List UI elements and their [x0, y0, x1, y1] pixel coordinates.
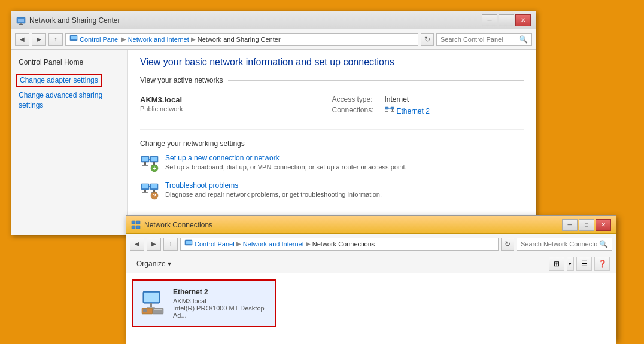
close-button[interactable]: ✕ [515, 14, 531, 26]
svg-rect-34 [132, 221, 135, 224]
connections-link[interactable]: Ethernet 2 [385, 106, 430, 116]
settings-text-0: Set up a new connection or network Set u… [165, 154, 407, 173]
settings-text-1: Troubleshoot problems Diagnose and repai… [165, 181, 382, 200]
search-box[interactable]: 🔍 [436, 33, 532, 46]
troubleshoot-icon: ? [140, 181, 159, 200]
details-button[interactable]: ☰ [576, 257, 592, 271]
path-control-panel[interactable]: Control Panel [80, 36, 120, 43]
access-type-value: Internet [385, 95, 409, 103]
settings-divider [250, 144, 524, 144]
svg-rect-37 [136, 226, 140, 229]
svg-rect-17 [144, 162, 146, 165]
network-name: AKM3.local [140, 95, 332, 104]
networking-settings-header: Change your networking settings [140, 139, 524, 148]
sub-search-input[interactable] [521, 241, 597, 248]
sub-search-icon: 🔍 [599, 240, 608, 248]
network-right: Access type: Internet Connections: [332, 90, 524, 123]
svg-rect-43 [147, 307, 155, 308]
connection-adapter: Intel(R) PRO/1000 MT Desktop Ad... [173, 305, 270, 319]
main-window-title: Network and Sharing Center [29, 16, 120, 25]
path-current: Network and Sharing Center [198, 36, 281, 43]
connections-list: Ethernet 2 AKM3.local Intel(R) PRO/1000 … [126, 273, 616, 333]
svg-rect-28 [144, 190, 146, 192]
help-button[interactable]: ❓ [594, 257, 610, 271]
search-input[interactable] [441, 36, 517, 43]
access-type-row: Access type: Internet [332, 95, 524, 103]
path-icon [69, 34, 78, 44]
settings-item-0: + Set up a new connection or network Set… [140, 154, 524, 173]
search-icon: 🔍 [519, 35, 528, 44]
network-type: Public network [140, 105, 332, 112]
connection-name: Ethernet 2 [173, 288, 270, 296]
troubleshoot-title[interactable]: Troubleshoot problems [165, 181, 382, 190]
svg-rect-10 [391, 111, 394, 112]
sub-path-network-internet[interactable]: Network and Internet [243, 241, 304, 248]
sub-forward-button[interactable]: ▶ [147, 238, 161, 251]
path-network-internet[interactable]: Network and Internet [128, 36, 189, 43]
svg-rect-13 [142, 157, 148, 161]
sub-address-path: Control Panel ▶ Network and Internet ▶ N… [180, 238, 499, 251]
refresh-button[interactable]: ↻ [421, 33, 434, 46]
title-bar-left: Network and Sharing Center [16, 16, 120, 25]
maximize-button[interactable]: □ [499, 14, 514, 26]
setup-connection-icon: + [140, 154, 159, 173]
svg-rect-41 [144, 293, 159, 302]
sub-window: Network Connections ─ □ ✕ ◀ ▶ ↑ Control … [126, 215, 616, 341]
up-button[interactable]: ↑ [48, 33, 63, 46]
svg-rect-36 [132, 226, 135, 229]
dropdown-btn[interactable]: ▾ [567, 257, 574, 271]
organize-button[interactable]: Organize ▾ [132, 257, 175, 270]
svg-rect-8 [392, 109, 393, 111]
svg-text:?: ? [153, 193, 156, 199]
minimize-button[interactable]: ─ [482, 14, 497, 26]
sidebar-change-sharing[interactable]: Change advanced sharingsettings [16, 89, 123, 112]
address-path: Control Panel ▶ Network and Internet ▶ N… [65, 33, 418, 46]
svg-rect-15 [151, 157, 157, 161]
forward-button[interactable]: ▶ [32, 33, 46, 46]
sub-refresh-button[interactable]: ↻ [501, 238, 514, 251]
svg-rect-30 [142, 192, 148, 193]
sub-maximize-button[interactable]: □ [579, 219, 594, 231]
sub-path-icon [184, 239, 193, 249]
sub-minimize-button[interactable]: ─ [562, 219, 578, 231]
svg-rect-18 [153, 162, 155, 165]
svg-rect-1 [18, 19, 24, 22]
networking-settings-label: Change your networking settings [140, 139, 245, 148]
sidebar-change-adapter[interactable]: Change adapter settings [16, 74, 102, 87]
sub-title-bar: Network Connections ─ □ ✕ [126, 216, 616, 234]
organize-dropdown-icon: ▾ [168, 260, 171, 268]
sub-close-button[interactable]: ✕ [596, 219, 611, 231]
main-content: View your basic network information and … [128, 50, 536, 235]
troubleshoot-desc: Diagnose and repair network problems, or… [165, 191, 382, 198]
svg-text:+: + [153, 165, 156, 172]
view-button[interactable]: ⊞ [549, 257, 564, 271]
content-area: Control Panel Home Change adapter settin… [11, 50, 536, 235]
network-info: AKM3.local Public network Access type: I… [140, 90, 524, 130]
toolbar-right: ⊞ ▾ ☰ ❓ [549, 257, 610, 271]
svg-rect-42 [150, 303, 152, 307]
connection-item-icon [138, 289, 167, 318]
organize-label: Organize [136, 260, 166, 268]
connection-network: AKM3.local [173, 297, 270, 305]
connection-item-ethernet2[interactable]: Ethernet 2 AKM3.local Intel(R) PRO/1000 … [132, 279, 276, 327]
active-networks-label: View your active networks [140, 76, 223, 84]
svg-rect-45 [153, 308, 163, 314]
connections-content: Ethernet 2 AKM3.local Intel(R) PRO/1000 … [126, 273, 616, 344]
connection-link-text[interactable]: Ethernet 2 [397, 107, 430, 115]
sub-back-button[interactable]: ◀ [130, 238, 144, 251]
sub-path-control-panel[interactable]: Control Panel [195, 241, 235, 248]
main-address-bar: ◀ ▶ ↑ Control Panel ▶ Network and Intern… [11, 29, 536, 50]
sub-window-icon [131, 220, 141, 230]
main-window-icon [16, 16, 26, 25]
svg-rect-47 [154, 309, 162, 310]
svg-rect-29 [153, 190, 155, 192]
svg-rect-5 [385, 107, 388, 109]
sidebar-home[interactable]: Control Panel Home [16, 57, 123, 68]
sub-title-bar-left: Network Connections [131, 220, 212, 230]
back-button[interactable]: ◀ [15, 33, 29, 46]
svg-rect-2 [19, 24, 23, 25]
setup-connection-title[interactable]: Set up a new connection or network [165, 154, 407, 162]
sub-up-button[interactable]: ↑ [163, 238, 178, 251]
svg-rect-19 [142, 165, 148, 166]
sub-search-box[interactable]: 🔍 [517, 238, 612, 251]
